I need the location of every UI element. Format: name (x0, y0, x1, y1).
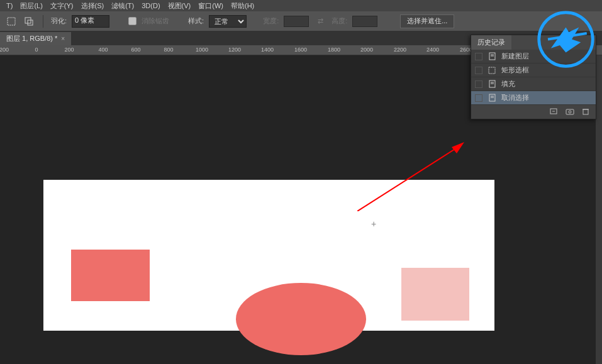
svg-rect-2 (28, 20, 33, 25)
ruler-tick: 1600 (294, 47, 307, 53)
close-icon[interactable]: × (61, 35, 65, 42)
ruler-tick: 1000 (196, 47, 208, 53)
document-icon (488, 80, 496, 89)
width-label: 宽度: (263, 16, 279, 26)
antialias-checkbox (128, 17, 137, 25)
svg-marker-4 (452, 142, 464, 153)
style-label: 样式: (188, 16, 204, 26)
ruler-tick: 1200 (228, 47, 241, 53)
svg-point-18 (569, 111, 571, 113)
menu-help[interactable]: 帮助(H) (227, 0, 258, 12)
menu-view[interactable]: 视图(V) (164, 0, 195, 12)
history-item-label: 取消选择 (501, 93, 529, 102)
annotation-arrow (357, 142, 464, 211)
document-icon (488, 94, 496, 102)
history-visibility-box[interactable] (475, 53, 482, 60)
document-tab[interactable]: 图层 1, RGB/8) * × (0, 32, 71, 45)
feather-label: 羽化: (51, 16, 67, 26)
ruler-tick: 2200 (394, 47, 406, 53)
document-icon (488, 52, 496, 61)
options-toolbar: 羽化: 0 像素 消除锯齿 样式: 正常 宽度: ⇄ 高度: 选择并遮住... (0, 11, 602, 31)
ruler-tick: 2400 (426, 47, 439, 53)
menu-type[interactable]: 文字(Y) (47, 0, 77, 12)
history-panel-footer (471, 105, 596, 119)
antialias-label: 消除锯齿 (142, 16, 169, 26)
history-visibility-box[interactable] (475, 80, 482, 88)
menu-3d[interactable]: 3D(D) (138, 1, 164, 11)
history-item-label: 矩形选框 (501, 65, 529, 75)
history-item-label: 新建图层 (501, 52, 529, 61)
ruler-tick: 0 (35, 47, 38, 53)
svg-rect-0 (8, 18, 15, 25)
ruler-tick: 200 (64, 47, 74, 53)
marquee-icon (488, 66, 496, 75)
select-and-mask-button[interactable]: 选择并遮住... (400, 14, 454, 28)
height-label: 高度: (332, 16, 347, 26)
document-tab-title: 图层 1, RGB/8) * (6, 34, 57, 43)
create-document-icon[interactable] (549, 108, 558, 116)
menu-select[interactable]: 选择(S) (77, 0, 108, 12)
separator (43, 15, 43, 28)
history-panel-tab[interactable]: 历史记录 (471, 35, 511, 50)
svg-rect-8 (489, 67, 495, 74)
vertical-scrollbar[interactable] (596, 55, 602, 364)
width-input (284, 16, 309, 27)
watermark-logo (536, 9, 596, 69)
ruler-tick: 1400 (261, 47, 274, 53)
ruler-tick: 600 (131, 47, 140, 53)
style-select[interactable]: 正常 (209, 15, 247, 28)
ruler-tick: 1800 (328, 47, 340, 53)
height-input (352, 16, 377, 27)
svg-line-3 (357, 147, 458, 211)
history-visibility-box[interactable] (475, 67, 482, 74)
svg-rect-19 (583, 109, 588, 114)
feather-input[interactable]: 0 像素 (72, 15, 109, 28)
red-rectangle-left (71, 250, 150, 301)
history-visibility-box[interactable] (475, 94, 482, 102)
red-ellipse-center (236, 283, 366, 355)
svg-rect-17 (566, 109, 574, 114)
trash-icon[interactable] (582, 108, 591, 116)
crosshair-cursor: + (371, 219, 380, 228)
ruler-tick: 800 (164, 47, 173, 53)
history-item-label: 填充 (501, 79, 515, 89)
pink-rectangle-right (401, 268, 469, 321)
ruler-tick: 400 (98, 47, 108, 53)
swap-icon: ⇄ (314, 15, 326, 28)
history-item[interactable]: 填充 (471, 77, 596, 91)
menu-filter[interactable]: 滤镜(T) (108, 0, 138, 12)
menu-window[interactable]: 窗口(W) (194, 0, 227, 12)
new-selection-icon[interactable] (5, 15, 18, 28)
menu-bar: T) 图层(L) 文字(Y) 选择(S) 滤镜(T) 3D(D) 视图(V) 窗… (0, 0, 602, 11)
add-selection-icon[interactable] (23, 15, 35, 28)
snapshot-icon[interactable] (566, 108, 574, 116)
ruler-tick: -200 (0, 47, 9, 53)
menu-t[interactable]: T) (3, 1, 16, 11)
ruler-tick: 2000 (360, 47, 373, 53)
menu-layer[interactable]: 图层(L) (16, 0, 46, 12)
history-item[interactable]: 取消选择 (471, 91, 596, 105)
